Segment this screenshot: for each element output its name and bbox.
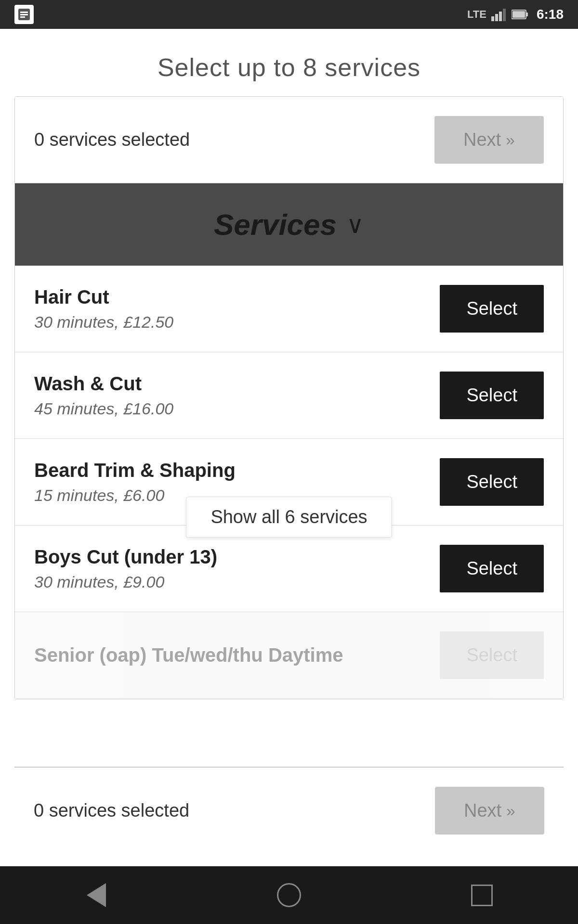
page-title-container: Select up to 8 services bbox=[0, 29, 578, 96]
service-name: Boys Cut (under 13) bbox=[34, 546, 217, 568]
select-button: Select bbox=[440, 631, 544, 679]
top-selection-bar: 0 services selected Next » bbox=[15, 97, 563, 183]
service-info: Senior (oap) Tue/wed/thu Daytime bbox=[34, 644, 343, 666]
select-button[interactable]: Select bbox=[440, 372, 544, 419]
bottom-next-label: Next bbox=[464, 800, 501, 821]
service-info: Boys Cut (under 13)30 minutes, £9.00 bbox=[34, 546, 217, 591]
app-icon bbox=[14, 5, 34, 24]
svg-rect-10 bbox=[526, 13, 528, 16]
svg-rect-3 bbox=[20, 16, 25, 18]
recents-icon bbox=[471, 885, 493, 906]
bottom-services-selected-text: 0 services selected bbox=[34, 800, 189, 821]
recents-button[interactable] bbox=[467, 881, 496, 910]
select-button[interactable]: Select bbox=[440, 458, 544, 506]
service-meta: 45 minutes, £16.00 bbox=[34, 399, 173, 418]
svg-rect-7 bbox=[503, 9, 506, 21]
service-item: Senior (oap) Tue/wed/thu DaytimeSelect bbox=[15, 612, 563, 699]
main-container: 0 services selected Next » Services ∨ Ha… bbox=[14, 96, 564, 699]
service-list: Hair Cut30 minutes, £12.50SelectWash & C… bbox=[15, 266, 563, 699]
svg-rect-4 bbox=[491, 16, 494, 21]
svg-rect-1 bbox=[20, 12, 28, 13]
services-header-chevron-icon: ∨ bbox=[346, 211, 364, 239]
service-item: Boys Cut (under 13)30 minutes, £9.00Sele… bbox=[15, 526, 563, 612]
service-item: Wash & Cut45 minutes, £16.00Select bbox=[15, 352, 563, 439]
service-name: Wash & Cut bbox=[34, 373, 173, 395]
status-bar-left bbox=[14, 5, 34, 24]
bottom-next-chevron: » bbox=[506, 801, 515, 820]
select-button[interactable]: Select bbox=[440, 545, 544, 592]
service-info: Wash & Cut45 minutes, £16.00 bbox=[34, 373, 173, 418]
select-button[interactable]: Select bbox=[440, 285, 544, 333]
bottom-next-button[interactable]: Next » bbox=[435, 787, 544, 834]
services-header-title: Services bbox=[214, 207, 337, 242]
show-all-services-button[interactable]: Show all 6 services bbox=[186, 497, 392, 538]
service-name: Beard Trim & Shaping bbox=[34, 460, 236, 481]
clock: 6:18 bbox=[537, 7, 564, 22]
back-icon bbox=[87, 883, 106, 907]
service-item: Hair Cut30 minutes, £12.50Select bbox=[15, 266, 563, 352]
services-header[interactable]: Services ∨ bbox=[15, 183, 563, 266]
page-title: Select up to 8 services bbox=[10, 53, 568, 82]
back-button[interactable] bbox=[82, 881, 111, 910]
service-name: Hair Cut bbox=[34, 286, 173, 308]
service-meta: 30 minutes, £9.00 bbox=[34, 573, 217, 591]
home-icon bbox=[277, 883, 301, 907]
svg-rect-9 bbox=[512, 11, 525, 18]
navigation-bar bbox=[0, 866, 578, 924]
lte-icon: LTE bbox=[467, 8, 486, 21]
top-next-label: Next bbox=[463, 129, 501, 150]
svg-rect-2 bbox=[20, 14, 28, 15]
svg-rect-6 bbox=[499, 12, 502, 21]
service-meta: 30 minutes, £12.50 bbox=[34, 313, 173, 332]
status-icons: LTE bbox=[467, 8, 529, 21]
top-next-button[interactable]: Next » bbox=[434, 116, 544, 164]
status-bar-right: LTE 6:18 bbox=[467, 7, 564, 22]
status-bar: LTE 6:18 bbox=[0, 0, 578, 29]
battery-icon bbox=[512, 9, 529, 20]
svg-rect-5 bbox=[495, 14, 498, 21]
service-info: Hair Cut30 minutes, £12.50 bbox=[34, 286, 173, 332]
bottom-selection-bar: 0 services selected Next » bbox=[14, 767, 564, 854]
service-name: Senior (oap) Tue/wed/thu Daytime bbox=[34, 644, 343, 666]
home-button[interactable] bbox=[275, 881, 303, 910]
signal-icon bbox=[491, 8, 507, 21]
top-next-chevron: » bbox=[506, 130, 515, 149]
top-services-selected-text: 0 services selected bbox=[34, 129, 190, 150]
